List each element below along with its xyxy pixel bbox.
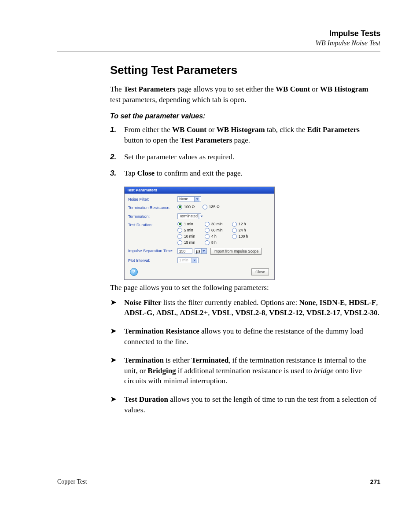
duration-radio[interactable]: 1 min: [177, 222, 198, 227]
dialog-title: Test Parameters: [125, 187, 274, 194]
after-figure-text: The page allows you to set the following…: [110, 283, 380, 293]
duration-radio[interactable]: 60 min: [205, 228, 225, 233]
duration-radio[interactable]: 5 min: [177, 228, 198, 233]
duration-radio[interactable]: 10 min: [177, 234, 198, 239]
close-button[interactable]: Close: [251, 268, 269, 275]
duration-radio[interactable]: 30 min: [205, 222, 225, 227]
intro-paragraph: The Test Parameters page allows you to s…: [110, 84, 380, 105]
termination-resistance-label: Termination Resistance:: [128, 205, 177, 210]
step-3: 3. Tap Close to confirm and exit the pag…: [110, 168, 380, 179]
arrow-icon: ➤: [110, 356, 117, 364]
duration-radio[interactable]: 15 min: [177, 240, 198, 245]
duration-radio[interactable]: 12 h: [232, 222, 251, 227]
chevron-down-icon: [201, 249, 206, 253]
impulse-separation-label: Impulse Separation Time:: [128, 248, 177, 253]
step-2: 2. Set the parameter values as required.: [110, 152, 380, 162]
duration-radio[interactable]: 8 h: [205, 240, 225, 245]
term-res-135-radio[interactable]: 135 Ω: [203, 205, 222, 209]
chevron-down-icon: [194, 197, 199, 202]
header-title: Impulse Tests: [57, 29, 380, 38]
duration-radio[interactable]: 24 h: [232, 228, 251, 233]
import-from-impulse-scope-button[interactable]: Import from Impulse Scope: [210, 248, 262, 255]
test-duration-label: Test Duration:: [128, 222, 177, 227]
section-title: Setting Test Parameters: [110, 63, 380, 77]
plot-interval-combo: 1 min: [177, 257, 199, 263]
chevron-down-icon: [199, 214, 199, 219]
chevron-down-icon: [192, 258, 197, 263]
step-1: 1. From either the WB Count or WB Histog…: [110, 125, 380, 146]
bullet-test-duration: ➤ Test Duration allows you to set the le…: [110, 394, 380, 415]
page-number: 271: [370, 478, 380, 485]
subheading: To set the parameter values:: [110, 111, 380, 121]
test-parameters-dialog: Test Parameters Noise Filter: None Termi…: [124, 187, 275, 280]
duration-radio[interactable]: 4 h: [205, 234, 225, 239]
termination-label: Termination:: [128, 213, 177, 219]
termination-combo[interactable]: Terminated: [177, 213, 201, 219]
plot-interval-label: Plot Interval:: [128, 257, 177, 263]
bullet-term-resistance: ➤ Termination Resistance allows you to d…: [110, 326, 380, 347]
noise-filter-label: Noise Filter:: [128, 196, 177, 202]
bullet-noise-filter: ➤ Noise Filter lists the filter currentl…: [110, 297, 380, 319]
arrow-icon: ➤: [110, 327, 117, 335]
arrow-icon: ➤: [110, 395, 117, 403]
duration-radio[interactable]: 100 h: [232, 234, 251, 239]
header-rule: [57, 51, 380, 52]
term-res-100-radio[interactable]: 100 Ω: [177, 205, 197, 209]
impulse-separation-input[interactable]: 250: [177, 248, 192, 254]
bullet-termination: ➤ Termination is either Terminated, if t…: [110, 355, 380, 386]
footer-left: Copper Test: [57, 478, 87, 485]
page-footer: Copper Test 271: [57, 478, 380, 485]
impulse-separation-unit[interactable]: µs: [195, 248, 207, 254]
header-subtitle: WB Impulse Noise Test: [57, 39, 380, 47]
help-icon[interactable]: ?: [130, 268, 138, 276]
noise-filter-combo[interactable]: None: [177, 196, 201, 202]
arrow-icon: ➤: [110, 298, 117, 306]
